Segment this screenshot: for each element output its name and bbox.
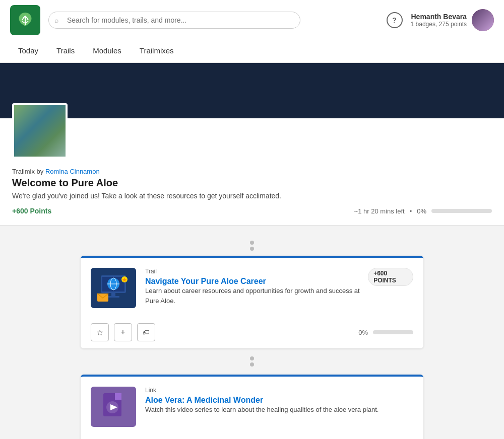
- card-type-2: Link: [145, 387, 413, 394]
- card-inner-1: Trail Navigate Your Pure Aloe Career Lea…: [81, 258, 423, 318]
- card-progress-1: 0%: [358, 329, 413, 336]
- add-icon: +: [120, 328, 125, 337]
- card-inner-2: Link Aloe Vera: A Medicinal Wonder Watch…: [81, 377, 423, 437]
- card-type-1: Trail: [145, 268, 368, 275]
- search-container: ⌕: [48, 12, 300, 29]
- svg-rect-10: [115, 393, 121, 400]
- trailmix-description: We're glad you've joined us! Take a look…: [12, 192, 492, 200]
- nav-modules[interactable]: Modules: [85, 40, 130, 62]
- search-icon: ⌕: [54, 16, 58, 24]
- profile-banner: [0, 63, 504, 118]
- trailmix-title: Welcome to Pure Aloe: [12, 177, 492, 189]
- link-card-icon: [91, 387, 136, 427]
- tag-icon: 🏷: [143, 328, 150, 336]
- progress-pct: 0%: [417, 207, 426, 215]
- search-input[interactable]: [48, 12, 300, 29]
- svg-rect-5: [111, 293, 115, 296]
- user-info: Hemanth Bevara 1 badges, 275 points: [411, 9, 494, 31]
- add-button[interactable]: +: [114, 323, 132, 341]
- progress-bar: [431, 209, 492, 213]
- nav-today[interactable]: Today: [10, 40, 46, 62]
- card-wrapper-1: Trail Navigate Your Pure Aloe Career Lea…: [71, 256, 433, 348]
- connector-dot-4: [250, 362, 254, 367]
- card-content-1: Trail Navigate Your Pure Aloe Career Lea…: [145, 268, 413, 308]
- card-desc-2: Watch this video series to learn about t…: [145, 405, 413, 415]
- connector-top: [0, 241, 504, 251]
- card-desc-1: Learn about career resources and opportu…: [145, 286, 368, 306]
- app-header: ⌕ ? Hemanth Bevara 1 badges, 275 points …: [0, 0, 504, 63]
- profile-section: Trailmix by Romina Cinnamon Welcome to P…: [0, 118, 504, 226]
- user-name: Hemanth Bevara: [411, 13, 467, 21]
- trailmix-author: Trailmix by Romina Cinnamon: [12, 168, 492, 175]
- points-label: +600 Points: [12, 207, 51, 215]
- card-footer-2: Mark as Complete: [81, 437, 423, 439]
- trail-card-icon: [91, 268, 136, 308]
- author-link[interactable]: Romina Cinnamon: [45, 168, 100, 175]
- trailmix-by-label: Trailmix by: [12, 168, 45, 175]
- points-badge-1: +600 POINTS: [368, 268, 413, 286]
- avatar[interactable]: [472, 9, 494, 31]
- nav-trailmixes[interactable]: Trailmixes: [132, 40, 182, 62]
- user-badges: 1 badges, 275 points: [411, 21, 467, 28]
- connector-dot-3: [250, 356, 254, 360]
- progress-pct-1: 0%: [358, 329, 368, 336]
- header-right: ? Hemanth Bevara 1 badges, 275 points: [387, 9, 494, 31]
- trail-card: Trail Navigate Your Pure Aloe Career Lea…: [81, 256, 423, 348]
- card-title-2[interactable]: Aloe Vera: A Medicinal Wonder: [145, 396, 263, 404]
- connector-dot-1: [250, 241, 254, 245]
- progress-info: ~1 hr 20 mins left • 0%: [354, 207, 492, 215]
- svg-rect-6: [107, 296, 119, 298]
- nav-trails[interactable]: Trails: [48, 40, 83, 62]
- card-content-2: Link Aloe Vera: A Medicinal Wonder Watch…: [145, 387, 413, 427]
- main-nav: Today Trails Modules Trailmixes: [10, 40, 494, 62]
- connector-middle: [0, 356, 504, 367]
- profile-avatar: [12, 103, 68, 159]
- card-title-1[interactable]: Navigate Your Pure Aloe Career: [145, 277, 266, 285]
- app-logo: [10, 5, 40, 35]
- card-actions-1: ☆ + 🏷: [91, 323, 155, 341]
- points-row: +600 Points ~1 hr 20 mins left • 0%: [12, 207, 492, 215]
- link-card: Link Aloe Vera: A Medicinal Wonder Watch…: [81, 375, 423, 439]
- progress-separator: •: [410, 207, 412, 215]
- connector-dot-2: [250, 247, 254, 251]
- help-button[interactable]: ?: [387, 12, 403, 28]
- card-wrapper-2: Link Aloe Vera: A Medicinal Wonder Watch…: [71, 375, 433, 439]
- card-footer-1: ☆ + 🏷 0%: [81, 318, 423, 348]
- star-icon: ☆: [96, 328, 103, 337]
- time-left: ~1 hr 20 mins left: [354, 207, 405, 215]
- main-content: Trail Navigate Your Pure Aloe Career Lea…: [0, 226, 504, 439]
- tag-button[interactable]: 🏷: [137, 323, 155, 341]
- progress-bar-1: [373, 330, 413, 334]
- star-button[interactable]: ☆: [91, 323, 109, 341]
